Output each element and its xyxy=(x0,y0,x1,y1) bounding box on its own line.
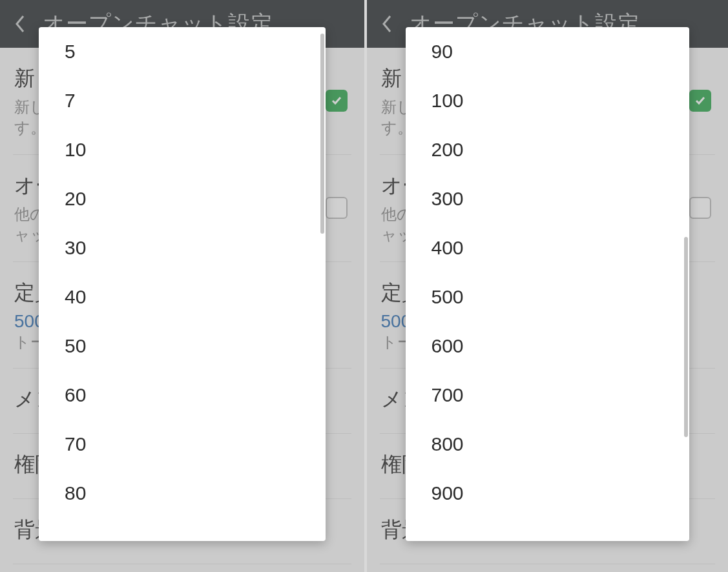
option-item[interactable]: 100 xyxy=(406,76,690,125)
options-modal-right: 90100200300400500600700800900 xyxy=(406,27,690,541)
option-item[interactable]: 7 xyxy=(39,76,326,125)
option-item[interactable]: 40 xyxy=(39,272,326,322)
option-item[interactable]: 80 xyxy=(39,469,326,518)
option-item[interactable]: 400 xyxy=(406,223,690,272)
option-item[interactable]: 20 xyxy=(39,174,326,223)
option-item[interactable]: 5 xyxy=(39,27,326,76)
option-item[interactable]: 800 xyxy=(406,420,690,469)
options-list[interactable]: 571020304050607080 xyxy=(39,27,326,541)
options-modal-left: 571020304050607080 xyxy=(39,27,326,541)
scrollbar-thumb[interactable] xyxy=(320,34,324,234)
options-list[interactable]: 90100200300400500600700800900 xyxy=(406,27,690,541)
option-item[interactable]: 600 xyxy=(406,322,690,371)
option-item[interactable]: 70 xyxy=(39,420,326,469)
option-item[interactable]: 700 xyxy=(406,371,690,420)
phone-right: オープンチャット設定 新し 新し す。 オー 他の ャッ xyxy=(364,0,729,572)
option-item[interactable]: 60 xyxy=(39,371,326,420)
option-item[interactable]: 900 xyxy=(406,469,690,518)
option-item[interactable]: 200 xyxy=(406,125,690,174)
option-item[interactable]: 90 xyxy=(406,27,690,76)
option-item[interactable]: 300 xyxy=(406,174,690,223)
option-item[interactable]: 10 xyxy=(39,125,326,174)
option-item[interactable]: 30 xyxy=(39,223,326,272)
option-item[interactable]: 50 xyxy=(39,322,326,371)
phone-left: オープンチャット設定 新し 新し す。 オー 他の ャッ xyxy=(0,0,364,572)
scrollbar-thumb[interactable] xyxy=(684,237,688,437)
option-item[interactable]: 500 xyxy=(406,272,690,322)
